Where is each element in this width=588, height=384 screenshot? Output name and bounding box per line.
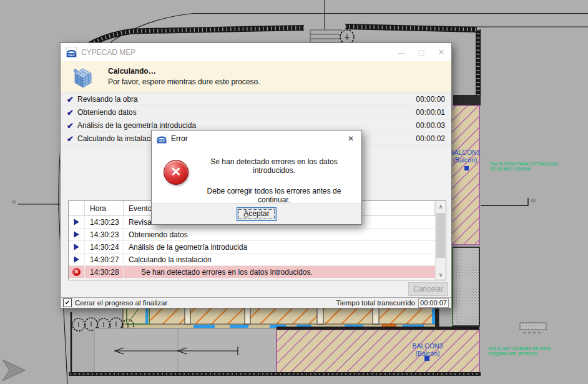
log-row: ✕ 14:30:27 Calculando la instalación bbox=[69, 254, 435, 266]
elapsed-value: 00:00:07 bbox=[418, 298, 449, 308]
log-scrollbar[interactable]: ∧ ∨ bbox=[435, 201, 446, 280]
note-bano: SOLO HAY UN BAÑO EN ESTA ESQUINA DEL EDI… bbox=[489, 347, 582, 357]
progress-subtitle: Por favor, espere mientras dure este pro… bbox=[108, 77, 260, 86]
maximize-icon[interactable]: □ bbox=[411, 43, 431, 61]
scroll-down-icon[interactable]: ∨ bbox=[436, 269, 446, 280]
app-icon: MEP bbox=[157, 134, 167, 144]
column-hora: Hora bbox=[85, 201, 124, 215]
log-hora: 14:30:27 bbox=[85, 254, 124, 265]
cancel-button[interactable]: Cancelar bbox=[408, 282, 448, 296]
wall-mark bbox=[481, 198, 528, 205]
accept-button[interactable]: Aceptar bbox=[237, 207, 277, 221]
check-icon: ✔ bbox=[67, 134, 77, 144]
app-icon: MEP bbox=[66, 47, 77, 57]
progress-step: ✔ Obteniendo datos 00:00:01 bbox=[61, 106, 451, 119]
log-evento: Análisis de la geometría introducida bbox=[124, 241, 435, 253]
step-label: Calculando la instalación bbox=[77, 134, 160, 143]
error-icon: ✕ bbox=[72, 268, 81, 276]
close-on-finish-label: Cerrar el progreso al finalizar bbox=[75, 299, 167, 307]
log-row: ✕ 14:30:24 Análisis de la geometría intr… bbox=[69, 241, 435, 254]
tree-icon bbox=[340, 30, 354, 44]
note-extraccion: FALTA PASO PARA EXTRACCIÓN DE HUMOS COCI… bbox=[490, 162, 588, 172]
error-message-2: Debe corregir todos los errores antes de… bbox=[190, 187, 358, 204]
patio-stipple bbox=[453, 247, 479, 326]
label-balcon3-lower: BALCON3 (Balcón) bbox=[406, 342, 449, 357]
close-icon[interactable]: ✕ bbox=[431, 43, 451, 61]
progress-header: Calculando… Por favor, espere mientras d… bbox=[61, 61, 451, 92]
svg-text:MEP: MEP bbox=[68, 53, 76, 57]
step-time: 00:00:03 bbox=[416, 121, 445, 130]
progress-footer: ✔ Cerrar el progreso al finalizar Tiempo… bbox=[61, 297, 451, 308]
check-icon: ✔ bbox=[67, 95, 77, 104]
log-row: ✕ 14:30:23 Obteniendo datos bbox=[69, 229, 435, 241]
error-dialog-titlebar: MEP Error ✕ bbox=[152, 130, 361, 147]
error-dialog: MEP Error ✕ ✕ Se han detectado errores e… bbox=[151, 130, 362, 225]
mark-tick bbox=[531, 199, 536, 202]
check-icon: ✔ bbox=[67, 108, 77, 117]
play-icon bbox=[74, 244, 79, 250]
error-message-1: Se han detectado errores en los datos in… bbox=[190, 157, 358, 175]
scroll-up-icon[interactable]: ∧ bbox=[436, 201, 446, 212]
play-icon bbox=[74, 231, 79, 238]
label-balcon3-upper: BALCON3 (Balcón) bbox=[449, 149, 481, 164]
step-time: 00:00:02 bbox=[416, 134, 445, 143]
scrollbar-thumb[interactable] bbox=[436, 213, 445, 258]
pavement-block bbox=[520, 323, 546, 333]
log-hora: 14:30:23 bbox=[85, 229, 124, 240]
error-title: Error bbox=[171, 134, 188, 143]
log-row: ✕ 14:30:28 Se han detectado errores en l… bbox=[69, 266, 435, 278]
calculating-cube-icon bbox=[73, 67, 93, 88]
close-icon[interactable]: ✕ bbox=[340, 130, 361, 147]
play-icon bbox=[74, 219, 79, 225]
log-rows: ✕ 14:30:23 Revisando la obra ✕ bbox=[69, 216, 435, 278]
step-label: Obteniendo datos bbox=[77, 108, 137, 117]
step-time: 00:00:01 bbox=[416, 108, 445, 117]
entrance-steps bbox=[310, 30, 341, 42]
close-on-finish-checkbox[interactable]: ✔ bbox=[63, 298, 72, 307]
progress-title: Calculando… bbox=[108, 67, 156, 76]
step-label: Análisis de la geometría introducida bbox=[77, 121, 196, 130]
progress-dialog-titlebar: MEP CYPECAD MEP — □ ✕ bbox=[61, 43, 451, 61]
survey-mark bbox=[12, 200, 16, 204]
log-evento: Se han detectado errores en los datos in… bbox=[124, 266, 435, 278]
elapsed-label: Tiempo total transcurrido bbox=[336, 299, 415, 307]
boundary-bottom bbox=[69, 372, 481, 376]
minimize-icon[interactable]: — bbox=[391, 43, 411, 61]
log-evento: Calculando la instalación bbox=[124, 254, 435, 265]
window-title: CYPECAD MEP bbox=[81, 48, 135, 57]
cad-workspace: BALCON3 (Balcón) FALTA PASO PARA EXTRACC… bbox=[0, 0, 588, 384]
svg-text:MEP: MEP bbox=[159, 140, 165, 143]
check-icon: ✔ bbox=[67, 121, 77, 130]
play-icon bbox=[74, 256, 79, 263]
error-footer: Aceptar bbox=[152, 203, 361, 224]
log-hora: 14:30:28 bbox=[85, 266, 124, 278]
north-arrow-icon bbox=[2, 360, 25, 381]
log-hora: 14:30:23 bbox=[85, 216, 124, 228]
error-circle-icon: ✕ bbox=[164, 160, 189, 185]
log-evento: Obteniendo datos bbox=[124, 229, 435, 240]
error-body: ✕ Se han detectado errores en los datos … bbox=[152, 147, 361, 204]
step-time: 00:00:00 bbox=[416, 95, 445, 104]
log-hora: 14:30:24 bbox=[85, 241, 124, 253]
balcony-upper bbox=[451, 106, 479, 245]
step-label: Revisando la obra bbox=[77, 95, 138, 104]
progress-step: ✔ Revisando la obra 00:00:00 bbox=[61, 93, 451, 106]
